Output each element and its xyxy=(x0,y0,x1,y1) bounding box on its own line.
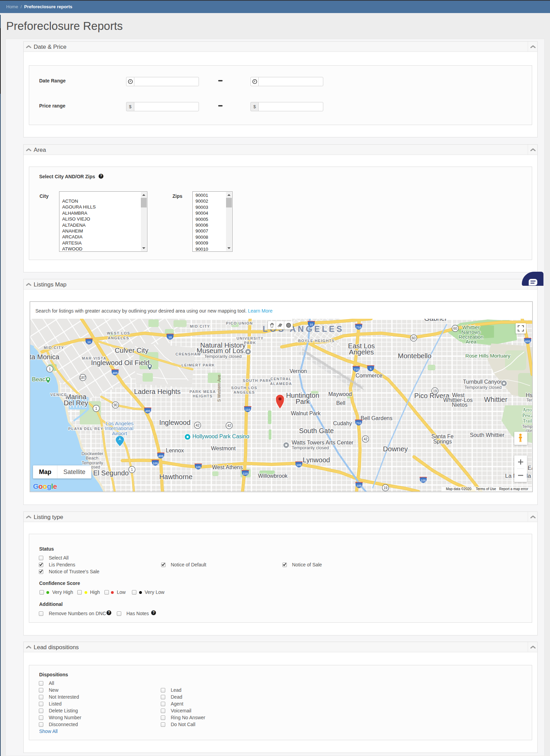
svg-text:Montebello: Montebello xyxy=(398,352,431,360)
svg-text:Springs: Springs xyxy=(433,439,452,444)
svg-text:Museum of Los...: Museum of Los... xyxy=(197,347,249,354)
svg-text:Cudahy: Cudahy xyxy=(333,420,352,426)
svg-text:PARK: PARK xyxy=(244,341,256,345)
svg-text:ANGELES: ANGELES xyxy=(234,390,255,394)
svg-text:El Segundo: El Segundo xyxy=(93,469,128,477)
svg-text:Whittier: Whittier xyxy=(484,396,507,403)
svg-text:Turnbull Canyon: Turnbull Canyon xyxy=(463,379,503,385)
svg-text:PLAYA DEL REY: PLAYA DEL REY xyxy=(68,427,103,431)
svg-text:ta Monica: ta Monica xyxy=(30,353,60,361)
svg-text:42: 42 xyxy=(363,437,368,441)
svg-text:Hs: Hs xyxy=(526,392,532,398)
svg-text:405: 405 xyxy=(145,409,150,413)
svg-text:710: 710 xyxy=(353,368,359,371)
svg-text:VENICE: VENICE xyxy=(50,393,67,397)
svg-text:Airport: Airport xyxy=(112,430,127,436)
svg-text:60: 60 xyxy=(453,327,457,330)
svg-text:10: 10 xyxy=(87,340,91,344)
svg-text:Ladera Heights: Ladera Heights xyxy=(134,388,181,395)
svg-text:Temporarily closed: Temporarily closed xyxy=(292,445,329,450)
svg-text:42: 42 xyxy=(227,424,231,428)
svg-text:Westmont: Westmont xyxy=(211,445,236,451)
svg-text:605: 605 xyxy=(525,340,530,343)
svg-text:19: 19 xyxy=(433,389,437,393)
svg-text:SOUTH LOS: SOUTH LOS xyxy=(231,386,257,390)
svg-text:Nietos: Nietos xyxy=(452,402,467,408)
svg-text:MID CITY: MID CITY xyxy=(190,324,210,328)
svg-text:110: 110 xyxy=(245,408,250,411)
svg-text:Willowbrook: Willowbrook xyxy=(258,473,288,479)
svg-text:WEST LOS: WEST LOS xyxy=(107,331,130,335)
svg-text:South Gate: South Gate xyxy=(299,427,334,435)
svg-text:60: 60 xyxy=(412,336,416,340)
svg-text:Gabriel: Gabriel xyxy=(424,319,446,322)
svg-text:1: 1 xyxy=(95,407,97,410)
svg-text:10: 10 xyxy=(168,336,172,339)
svg-text:Ten: Ten xyxy=(526,398,532,403)
svg-text:Hollywood Park Casino: Hollywood Park Casino xyxy=(192,433,249,439)
svg-text:Maywood: Maywood xyxy=(328,391,352,397)
svg-text:PARK MESA: PARK MESA xyxy=(190,390,216,394)
svg-text:Bell Gardens: Bell Gardens xyxy=(361,415,393,421)
svg-text:Park: Park xyxy=(295,398,310,405)
svg-text:MID-CITY: MID-CITY xyxy=(44,346,64,350)
svg-text:South Whittier: South Whittier xyxy=(470,432,505,438)
svg-text:187: 187 xyxy=(80,376,86,380)
svg-text:Lynwood: Lynwood xyxy=(303,456,330,464)
svg-text:SOUTH PARK: SOUTH PARK xyxy=(243,379,272,383)
svg-text:5: 5 xyxy=(370,367,371,371)
svg-text:1: 1 xyxy=(49,367,51,371)
svg-text:Culver City: Culver City xyxy=(115,347,148,354)
svg-text:East: East xyxy=(528,465,532,471)
svg-text:Beach: Beach xyxy=(86,455,99,461)
svg-text:West Athens: West Athens xyxy=(212,464,243,470)
svg-text:Area: Area xyxy=(465,339,476,345)
svg-text:Pescad: Pescad xyxy=(523,413,532,418)
svg-text:BOYLE HEIGHTS: BOYLE HEIGHTS xyxy=(298,339,335,343)
svg-text:Temporarily closed: Temporarily closed xyxy=(464,385,502,390)
svg-text:Lennox: Lennox xyxy=(166,448,184,453)
svg-text:105: 105 xyxy=(420,479,426,482)
svg-text:105: 105 xyxy=(153,462,158,465)
svg-text:CRENSHAW: CRENSHAW xyxy=(176,352,201,356)
svg-text:Inglewood: Inglewood xyxy=(159,419,190,426)
svg-text:Bell: Bell xyxy=(336,400,346,406)
svg-text:110: 110 xyxy=(243,472,248,475)
svg-text:ANGELES: ANGELES xyxy=(108,336,129,340)
svg-text:10: 10 xyxy=(310,323,313,326)
svg-text:1: 1 xyxy=(131,468,133,472)
svg-text:Vernon: Vernon xyxy=(290,368,307,374)
svg-text:710: 710 xyxy=(356,421,361,425)
svg-text:Commerce: Commerce xyxy=(356,373,382,379)
svg-text:Rose Hills Mortuary: Rose Hills Mortuary xyxy=(465,353,510,359)
svg-text:Trailhe: Trailhe xyxy=(523,418,532,424)
svg-text:S Western Ave: S Western Ave xyxy=(217,375,222,402)
svg-text:Temporarily closed: Temporarily closed xyxy=(204,354,242,359)
svg-text:LEIMERT PARK: LEIMERT PARK xyxy=(181,363,215,367)
svg-text:710: 710 xyxy=(356,326,361,329)
svg-text:105: 105 xyxy=(296,463,301,467)
svg-text:Watts Towers Arts Center: Watts Towers Arts Center xyxy=(292,440,353,445)
svg-text:Del Rey: Del Rey xyxy=(64,399,88,407)
svg-text:105: 105 xyxy=(356,484,361,487)
svg-text:Walnut Park: Walnut Park xyxy=(291,410,321,416)
svg-text:CENTRAL: CENTRAL xyxy=(270,377,292,381)
svg-text:Downey: Downey xyxy=(383,445,408,453)
svg-text:19: 19 xyxy=(383,486,388,490)
svg-text:ALAMEDA: ALAMEDA xyxy=(270,382,292,386)
svg-text:Hawthorne: Hawthorne xyxy=(159,473,193,481)
svg-text:Angeles: Angeles xyxy=(349,348,374,356)
svg-text:90: 90 xyxy=(113,403,117,407)
svg-text:UNIVERSITY: UNIVERSITY xyxy=(236,336,263,340)
svg-text:HEIGHTS: HEIGHTS xyxy=(193,394,213,398)
svg-text:PICO UNION: PICO UNION xyxy=(226,321,253,325)
svg-text:405: 405 xyxy=(158,454,163,458)
svg-text:105: 105 xyxy=(195,465,201,469)
svg-text:MAR VISTA: MAR VISTA xyxy=(82,356,106,360)
svg-text:405: 405 xyxy=(112,371,117,375)
svg-text:42: 42 xyxy=(195,424,200,427)
svg-text:Arroy: Arroy xyxy=(523,407,532,413)
